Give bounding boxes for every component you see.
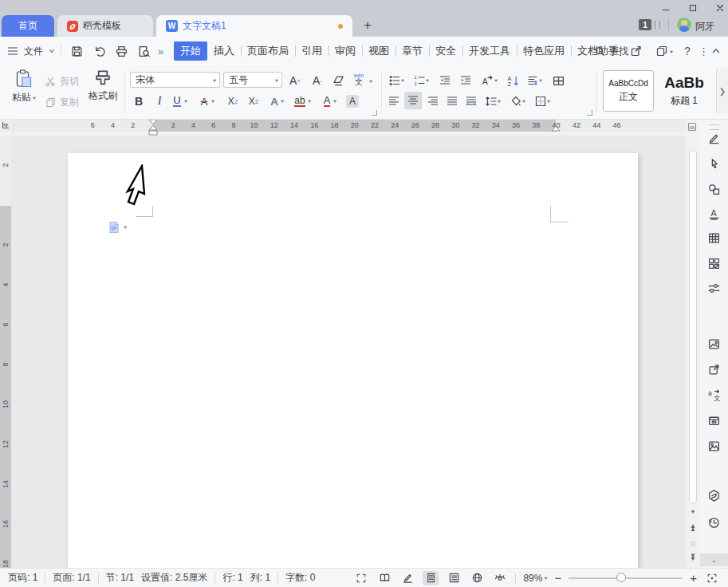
chevron-down-icon[interactable]: ▾ bbox=[211, 98, 214, 104]
switch-window-button[interactable]: ▾ bbox=[655, 37, 673, 65]
dialog-launcher[interactable] bbox=[372, 110, 377, 116]
borders-button[interactable] bbox=[533, 93, 549, 110]
char-shading-button[interactable]: A bbox=[344, 93, 360, 110]
font-name-combo[interactable]: 宋体▾ bbox=[130, 72, 220, 88]
bullets-button[interactable] bbox=[387, 72, 403, 89]
sidebar-more-button[interactable]: ⌄ bbox=[700, 554, 728, 566]
text-effects-button[interactable]: A bbox=[266, 93, 282, 110]
distribute-button[interactable] bbox=[463, 93, 479, 110]
new-tab-button[interactable]: + bbox=[364, 18, 372, 33]
fit-page-button[interactable] bbox=[704, 571, 720, 585]
wordart-icon[interactable]: A bbox=[707, 207, 721, 221]
translate-icon[interactable]: a文 bbox=[707, 388, 721, 402]
select-cursor-icon[interactable] bbox=[707, 157, 721, 171]
indent-markers[interactable] bbox=[0, 120, 728, 136]
ruler-toggle-icon[interactable] bbox=[687, 122, 697, 132]
zoom-level-button[interactable]: 89%▾ bbox=[523, 573, 547, 584]
ribbon-tab-章节[interactable]: 章节 bbox=[395, 41, 429, 61]
undo-button[interactable] bbox=[92, 37, 106, 65]
horizontal-ruler[interactable]: 6422468101214161820222426283032343638404… bbox=[0, 120, 728, 136]
ribbon-tab-开发工具[interactable]: 开发工具 bbox=[462, 41, 517, 61]
increase-indent-button[interactable] bbox=[458, 72, 474, 89]
save-button[interactable] bbox=[70, 37, 84, 65]
ribbon-tab-页面布局[interactable]: 页面布局 bbox=[241, 41, 295, 61]
scrollbar-thumb[interactable] bbox=[689, 150, 697, 504]
more-options-button[interactable]: ⋮ bbox=[698, 37, 709, 65]
justify-button[interactable] bbox=[444, 93, 460, 110]
ribbon-tab-安全[interactable]: 安全 bbox=[429, 41, 462, 61]
chevron-down-icon[interactable]: ▾ bbox=[547, 98, 550, 104]
eye-protection-button[interactable] bbox=[492, 571, 508, 585]
align-left-button[interactable] bbox=[386, 93, 402, 110]
chevron-down-icon[interactable]: ▾ bbox=[401, 77, 404, 83]
print-preview-button[interactable] bbox=[137, 37, 151, 65]
shapes-icon[interactable] bbox=[707, 183, 721, 196]
ribbon-tab-审阅[interactable]: 审阅 bbox=[329, 41, 362, 61]
ribbon-tab-特色应用[interactable]: 特色应用 bbox=[517, 41, 571, 61]
numbering-button[interactable]: 12 bbox=[411, 72, 427, 89]
find-button[interactable]: 查找 bbox=[594, 37, 628, 65]
strikethrough-button[interactable]: A bbox=[196, 93, 212, 110]
chevron-down-icon[interactable]: ▾ bbox=[184, 98, 187, 104]
bold-button[interactable]: B bbox=[131, 93, 147, 110]
annotate-pen-icon[interactable] bbox=[707, 132, 721, 145]
history-clock-icon[interactable] bbox=[707, 516, 721, 530]
close-button[interactable] bbox=[708, 2, 728, 14]
chevron-down-icon[interactable]: ▾ bbox=[494, 77, 498, 83]
fullscreen-button[interactable] bbox=[353, 571, 369, 585]
subscript-button[interactable]: X2 bbox=[246, 93, 262, 110]
vertical-ruler[interactable]: 4224681012141618 bbox=[0, 136, 11, 568]
zoom-out-button[interactable]: − bbox=[554, 571, 561, 585]
image-icon[interactable] bbox=[707, 439, 721, 453]
ribbon-tab-插入[interactable]: 插入 bbox=[207, 41, 241, 61]
clear-format-button[interactable] bbox=[330, 72, 346, 89]
line-spacing-button[interactable] bbox=[483, 93, 499, 110]
zoom-slider[interactable] bbox=[569, 577, 683, 579]
share-panel-icon[interactable] bbox=[707, 363, 721, 376]
select-browse-object-button[interactable]: □ bbox=[686, 538, 700, 550]
vertical-scrollbar[interactable]: ▾ ▲▲ □ ▼▼ bbox=[686, 136, 700, 568]
archive-box-icon[interactable] bbox=[707, 414, 721, 427]
paragraph-marks-button[interactable] bbox=[525, 72, 541, 89]
text-direction-button[interactable]: A bbox=[478, 72, 494, 89]
ribbon-tab-视图[interactable]: 视图 bbox=[362, 41, 395, 61]
more-quick-tools-button[interactable]: » bbox=[158, 37, 163, 65]
file-menu[interactable]: 文件 bbox=[6, 37, 56, 65]
sidebar-drag-handle[interactable] bbox=[709, 124, 719, 130]
chevron-down-icon[interactable]: ▾ bbox=[333, 98, 336, 104]
align-right-button[interactable] bbox=[425, 93, 441, 110]
settings-sliders-icon[interactable] bbox=[707, 282, 721, 295]
web-layout-button[interactable] bbox=[469, 571, 485, 585]
collapse-ribbon-button[interactable] bbox=[711, 37, 721, 65]
cut-button[interactable]: 剪切 bbox=[45, 72, 79, 91]
merge-cells-button[interactable] bbox=[550, 72, 566, 89]
shrink-font-button[interactable]: A- bbox=[309, 72, 325, 89]
highlight-button[interactable]: ab bbox=[292, 93, 308, 110]
outline-view-button[interactable] bbox=[446, 571, 462, 585]
style-gallery-more-button[interactable]: ❯ bbox=[716, 69, 728, 113]
user-avatar[interactable] bbox=[677, 18, 691, 32]
zoom-in-button[interactable]: + bbox=[690, 571, 697, 585]
chevron-down-icon[interactable]: ▾ bbox=[281, 98, 284, 104]
style-normal[interactable]: AaBbCcDd 正文 bbox=[603, 70, 654, 112]
chevron-down-icon[interactable]: ▾ bbox=[426, 77, 429, 83]
ribbon-tab-引用[interactable]: 引用 bbox=[295, 41, 329, 61]
font-color-button[interactable]: A bbox=[319, 93, 335, 110]
ribbon-tab-开始[interactable]: 开始 bbox=[174, 41, 207, 61]
align-center-button[interactable] bbox=[404, 92, 422, 109]
write-mode-button[interactable] bbox=[399, 571, 415, 585]
print-button[interactable] bbox=[115, 37, 128, 65]
superscript-button[interactable]: X2 bbox=[225, 93, 241, 110]
window-count-badge[interactable]: 1 bbox=[639, 19, 651, 30]
zoom-slider-knob[interactable] bbox=[616, 573, 626, 582]
next-page-button[interactable]: ▼▼ bbox=[686, 551, 700, 564]
chevron-down-icon[interactable]: ▾ bbox=[308, 98, 311, 104]
scroll-down-button[interactable]: ▾ bbox=[686, 506, 700, 518]
tab-document[interactable]: W 文字文稿1 bbox=[156, 15, 352, 37]
chevron-down-icon[interactable]: ▾ bbox=[498, 98, 501, 104]
chevron-down-icon[interactable]: ▾ bbox=[522, 98, 525, 104]
copy-button[interactable]: 复制 bbox=[45, 93, 79, 112]
status-word-count[interactable]: 字数: 0 bbox=[285, 571, 315, 585]
table-icon[interactable] bbox=[707, 231, 721, 245]
sort-button[interactable]: AZ bbox=[505, 72, 521, 89]
